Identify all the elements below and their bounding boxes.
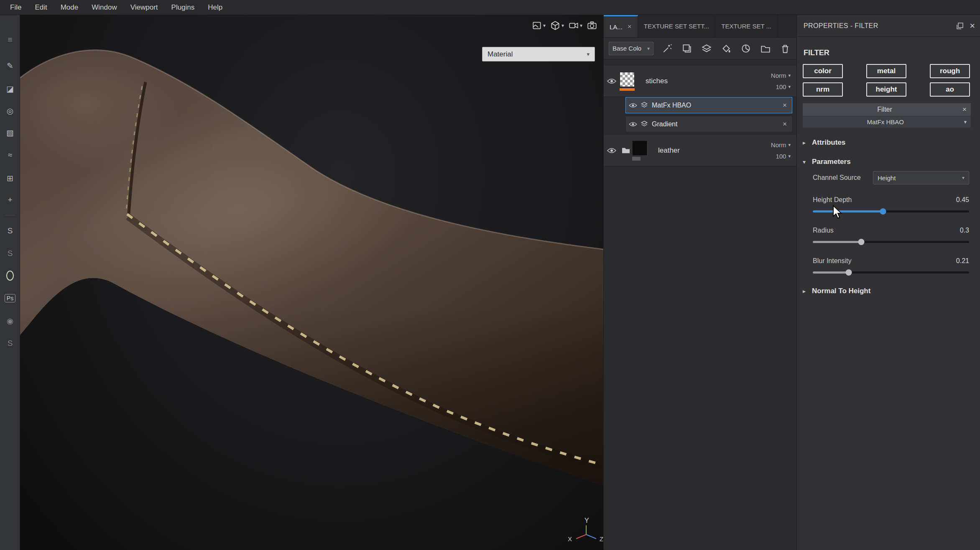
channel-toggle-color[interactable]: color bbox=[803, 64, 843, 78]
substance-source-icon[interactable]: S bbox=[0, 336, 20, 350]
effect-name[interactable]: Gradient bbox=[648, 120, 783, 128]
close-panel-icon[interactable]: × bbox=[970, 20, 975, 31]
layer-name[interactable]: stiches bbox=[641, 77, 771, 85]
channel-toggle-nrm[interactable]: nrm bbox=[803, 82, 843, 97]
toolbar-divider bbox=[5, 215, 15, 215]
properties-title: PROPERTIES - FILTER bbox=[804, 22, 950, 30]
material-picker-tool-icon[interactable]: + bbox=[0, 193, 20, 207]
visibility-eye-icon[interactable] bbox=[604, 147, 620, 154]
smart-materials-icon[interactable]: S bbox=[0, 246, 20, 261]
layers-panel: LA... × TEXTURE SET SETT... TEXTURE SET … bbox=[603, 15, 797, 550]
channel-toggle-metal[interactable]: metal bbox=[866, 64, 906, 78]
menu-file[interactable]: File bbox=[3, 0, 28, 15]
layers-toolbar: Base Colo ▾ bbox=[604, 38, 796, 59]
effect-row-gradient[interactable]: Gradient × bbox=[625, 116, 792, 132]
dropdown-arrow-icon: ▾ bbox=[580, 23, 582, 28]
layer-thumbnail[interactable] bbox=[620, 72, 635, 87]
channel-source-label: Channel Source bbox=[813, 174, 861, 182]
tab-close-icon[interactable]: × bbox=[628, 23, 632, 31]
slider-handle[interactable] bbox=[846, 269, 852, 276]
tab-texture-set-settings[interactable]: TEXTURE SET SETT... bbox=[638, 15, 715, 37]
filter-resource-dropdown[interactable]: MatFx HBAO ▾ bbox=[803, 116, 971, 128]
effect-row-matfx-hbao[interactable]: MatFx HBAO × bbox=[625, 97, 792, 113]
clear-filter-icon[interactable]: × bbox=[962, 105, 967, 114]
dock-tab-bar: LA... × TEXTURE SET SETT... TEXTURE SET … bbox=[604, 15, 796, 38]
normal-to-height-section-header[interactable]: ▸ Normal To Height bbox=[797, 287, 980, 295]
layer-thumbnail[interactable] bbox=[632, 141, 647, 156]
blend-mode-dropdown[interactable]: Norm ▾ bbox=[771, 141, 791, 148]
viewport-3d-view-icon[interactable]: ▾ bbox=[550, 20, 564, 31]
eraser-tool-icon[interactable]: ◪ bbox=[0, 82, 20, 96]
assets-shelf-icon[interactable]: S bbox=[0, 224, 20, 238]
attributes-section-header[interactable]: ▸ Attributes bbox=[797, 138, 980, 147]
smudge-tool-icon[interactable]: ≈ bbox=[0, 148, 20, 162]
polygon-fill-tool-icon[interactable]: ▧ bbox=[0, 125, 20, 140]
viewport-camera-mode-icon[interactable]: ▾ bbox=[568, 20, 582, 31]
properties-title-bar: PROPERTIES - FILTER × bbox=[797, 15, 980, 37]
channel-source-dropdown[interactable]: Height ▾ bbox=[873, 171, 969, 184]
visibility-eye-icon[interactable] bbox=[626, 102, 640, 108]
folder-icon[interactable] bbox=[620, 147, 632, 154]
active-ring-tool-icon[interactable] bbox=[0, 269, 20, 283]
blend-mode-dropdown[interactable]: Norm ▾ bbox=[771, 72, 791, 79]
parameters-section-header[interactable]: ▾ Parameters bbox=[797, 158, 980, 166]
viewport-2d-view-icon[interactable]: ▾ bbox=[531, 20, 546, 31]
slider-handle[interactable] bbox=[880, 208, 886, 215]
gizmo-x-label: X bbox=[568, 535, 572, 542]
add-smart-material-icon[interactable] bbox=[740, 42, 752, 55]
remove-effect-icon[interactable]: × bbox=[783, 120, 792, 128]
magic-wand-icon[interactable] bbox=[661, 42, 674, 55]
add-fill-layer-icon[interactable] bbox=[720, 42, 732, 55]
opacity-dropdown[interactable]: 100 ▾ bbox=[776, 153, 791, 160]
photoshop-export-icon[interactable]: Ps bbox=[0, 291, 20, 305]
orb-plugin-icon[interactable]: ◉ bbox=[0, 314, 20, 328]
float-panel-icon[interactable] bbox=[956, 22, 964, 30]
radius-slider[interactable] bbox=[813, 238, 969, 246]
layer-row-stiches[interactable]: stiches Norm ▾ 100 ▾ bbox=[604, 66, 796, 97]
viewport-display-mode-dropdown[interactable]: Material ▾ bbox=[482, 47, 595, 61]
opacity-dropdown[interactable]: 100 ▾ bbox=[776, 83, 791, 90]
layer-name[interactable]: leather bbox=[654, 146, 771, 155]
panel-grip-icon: ≡ bbox=[0, 33, 20, 47]
menu-plugins[interactable]: Plugins bbox=[165, 0, 202, 15]
menu-window[interactable]: Window bbox=[85, 0, 123, 15]
screenshot-icon[interactable] bbox=[587, 20, 597, 31]
menu-mode[interactable]: Mode bbox=[54, 0, 85, 15]
visibility-eye-icon[interactable] bbox=[604, 78, 620, 84]
dropdown-arrow-icon: ▾ bbox=[962, 175, 965, 181]
projection-tool-icon[interactable]: ◎ bbox=[0, 104, 20, 118]
leather-mesh-render bbox=[20, 15, 603, 550]
mouse-cursor bbox=[832, 205, 843, 220]
menu-edit[interactable]: Edit bbox=[28, 0, 54, 15]
channel-toggle-height[interactable]: height bbox=[866, 82, 906, 97]
tab-texture-set-settings-label: TEXTURE SET SETT... bbox=[644, 23, 709, 30]
blur-intensity-slider[interactable] bbox=[813, 269, 969, 276]
tab-layers[interactable]: LA... × bbox=[604, 15, 638, 37]
channel-filter-dropdown[interactable]: Base Colo ▾ bbox=[609, 42, 653, 55]
add-effect-icon[interactable] bbox=[681, 42, 693, 55]
dropdown-arrow-icon: ▾ bbox=[788, 84, 791, 90]
effect-name[interactable]: MatFx HBAO bbox=[648, 102, 783, 109]
radius-label: Radius bbox=[813, 227, 834, 234]
axis-gizmo[interactable]: Y X Z bbox=[566, 517, 603, 549]
menu-viewport[interactable]: Viewport bbox=[124, 0, 165, 15]
3d-viewport[interactable]: ▾ ▾ ▾ Material ▾ bbox=[20, 15, 603, 550]
layer-row-leather[interactable]: leather Norm ▾ 100 ▾ bbox=[604, 135, 796, 166]
tab-texture-set[interactable]: TEXTURE SET ... bbox=[715, 15, 778, 37]
blend-mode-value: Norm bbox=[771, 141, 786, 148]
remove-effect-icon[interactable]: × bbox=[783, 101, 792, 110]
blend-mode-value: Norm bbox=[771, 72, 786, 79]
add-layer-icon[interactable] bbox=[700, 42, 713, 55]
add-folder-icon[interactable] bbox=[759, 42, 772, 55]
clone-tool-icon[interactable]: ⊞ bbox=[0, 171, 20, 185]
delete-layer-icon[interactable] bbox=[779, 42, 791, 55]
radius-value: 0.3 bbox=[960, 227, 969, 234]
chevron-right-icon: ▸ bbox=[803, 139, 812, 146]
channel-toggle-ao[interactable]: ao bbox=[930, 82, 970, 97]
chevron-right-icon: ▸ bbox=[803, 288, 812, 294]
menu-help[interactable]: Help bbox=[201, 0, 229, 15]
channel-toggle-rough[interactable]: rough bbox=[930, 64, 970, 78]
slider-handle[interactable] bbox=[858, 239, 864, 245]
visibility-eye-icon[interactable] bbox=[626, 121, 640, 127]
paint-brush-tool-icon[interactable]: ✎ bbox=[0, 59, 20, 73]
